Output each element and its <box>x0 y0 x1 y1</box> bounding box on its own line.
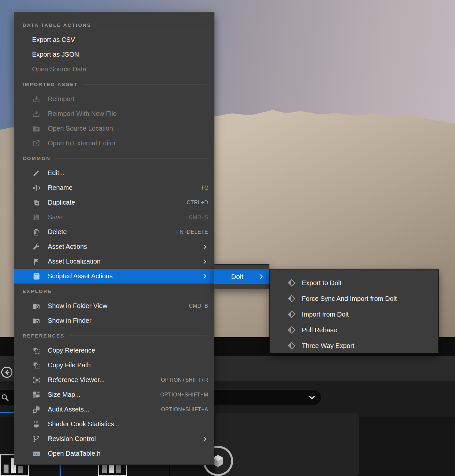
menu-section-header-common: COMMON <box>14 151 214 166</box>
menu-item-pull-rebase[interactable]: Pull Rebase <box>270 322 438 338</box>
menu-item-show-in-folder-view[interactable]: Show in Folder ViewCMD+B <box>14 299 214 313</box>
delete-icon <box>32 228 42 236</box>
menu-item-label: Revision Control <box>48 435 96 443</box>
menu-item-reference-viewer[interactable]: Reference Viewer...OPTION+SHIFT+R <box>14 373 214 387</box>
menu-item-show-in-finder[interactable]: Show in Finder <box>14 313 214 328</box>
menu-item-copy-file-path[interactable]: Copy File Path <box>14 358 214 373</box>
menu-item-asset-actions[interactable]: Asset Actions <box>14 239 214 254</box>
size-map-icon <box>32 391 42 399</box>
menu-item-shader-cook-statistics[interactable]: Shader Cook Statistics... <box>14 417 214 431</box>
menu-item-rename[interactable]: RenameF2 <box>14 180 214 195</box>
section-divider <box>97 25 207 25</box>
menu-section-header-data-table-actions: DATA TABLE ACTIONS <box>14 17 214 32</box>
scripted-asset-actions-submenu: Dolt <box>214 264 269 289</box>
menu-item-label: Show in Folder View <box>48 302 107 310</box>
dolt-icon <box>287 279 297 287</box>
menu-item-label: Open DataTable.h <box>48 450 100 457</box>
chevron-right-icon <box>202 436 208 442</box>
menu-item-reimport: Reimport <box>14 92 214 106</box>
menu-item-label: Export as JSON <box>32 51 79 58</box>
menu-item-label: Copy File Path <box>48 361 91 369</box>
menu-item-export-as-json[interactable]: Export as JSON <box>14 47 214 62</box>
menu-item-audit-assets[interactable]: Audit Assets...OPTION+SHIFT+A <box>14 402 214 417</box>
menu-item-open-in-external-editor: Open In External Editor <box>14 136 214 151</box>
rename-icon <box>32 184 42 192</box>
branch-icon <box>32 435 42 443</box>
menu-item-label: Open In External Editor <box>48 139 116 147</box>
menu-item-dolt[interactable]: Dolt <box>214 269 269 284</box>
context-menu: DATA TABLE ACTIONSExport as CSVExport as… <box>14 12 214 465</box>
ref-graph-icon <box>32 376 42 384</box>
menu-item-duplicate[interactable]: DuplicateCTRL+D <box>14 195 214 210</box>
copy-icon <box>32 361 42 370</box>
menu-item-export-as-csv[interactable]: Export as CSV <box>14 32 214 47</box>
bar-chart-icon <box>18 466 23 473</box>
shortcut-label: CMD+S <box>189 214 208 220</box>
dolt-actions-submenu: Export to DoltForce Sync And Import from… <box>269 269 439 353</box>
menu-item-reimport-with-new-file: Reimport With New File <box>14 106 214 121</box>
dolt-icon <box>287 326 297 334</box>
back-arrow-icon[interactable] <box>1 366 13 378</box>
menu-item-edit[interactable]: Edit... <box>14 166 214 180</box>
reimport-icon <box>32 95 42 103</box>
shortcut-label: CTRL+D <box>187 200 208 206</box>
chevron-down-icon[interactable] <box>308 394 316 401</box>
menu-item-label: Audit Assets... <box>48 406 89 413</box>
menu-item-asset-localization[interactable]: Asset Localization <box>14 254 214 269</box>
section-divider <box>83 84 207 84</box>
menu-item-label: Three Way Export <box>302 342 354 350</box>
edit-icon <box>32 169 42 177</box>
menu-item-label: Export as CSV <box>32 36 75 44</box>
open-external-icon <box>32 139 42 148</box>
folder-search-icon <box>32 317 42 325</box>
section-divider <box>56 158 207 158</box>
menu-item-delete[interactable]: DeleteFN+DELETE <box>14 225 214 239</box>
menu-item-scripted-asset-actions[interactable]: Scripted Asset Actions <box>14 269 214 284</box>
menu-item-label: Dolt <box>231 273 243 281</box>
section-label: REFERENCES <box>23 333 65 339</box>
cpp-icon: C++ <box>32 449 42 458</box>
section-divider <box>70 336 207 336</box>
menu-item-force-sync-and-import-from-dolt[interactable]: Force Sync And Import from Dolt <box>270 291 438 306</box>
menu-item-label: Reimport <box>48 95 74 103</box>
dolt-icon <box>287 341 297 350</box>
open-location-icon <box>32 124 42 133</box>
menu-item-export-to-dolt[interactable]: Export to Dolt <box>270 275 438 291</box>
menu-item-label: Shader Cook Statistics... <box>48 420 119 428</box>
shortcut-label: CMD+B <box>189 303 208 309</box>
menu-item-label: Asset Localization <box>48 258 100 265</box>
menu-item-copy-reference[interactable]: Copy Reference <box>14 343 214 358</box>
menu-section-header-references: REFERENCES <box>14 328 214 343</box>
menu-item-size-map[interactable]: Size Map...OPTION+SHIFT+M <box>14 387 214 402</box>
dolt-icon <box>287 294 297 303</box>
menu-item-label: Reimport With New File <box>48 110 117 118</box>
chevron-right-icon <box>202 258 208 265</box>
menu-item-label: Copy Reference <box>48 347 95 354</box>
menu-item-label: Show in Finder <box>48 317 91 324</box>
menu-item-revision-control[interactable]: Revision Control <box>14 431 214 446</box>
menu-item-label: Reference Viewer... <box>48 376 105 384</box>
script-icon <box>32 272 42 281</box>
cup-icon <box>32 420 42 429</box>
menu-item-label: Rename <box>48 184 73 192</box>
asset-tile[interactable] <box>215 413 359 476</box>
menu-item-label: Open Source Data <box>32 65 86 73</box>
chevron-right-icon <box>202 244 208 250</box>
menu-item-open-source-location: Open Source Location <box>14 121 214 136</box>
menu-item-label: Edit... <box>48 169 64 177</box>
section-label: COMMON <box>23 156 51 161</box>
menu-item-label: Force Sync And Import from Dolt <box>302 295 397 302</box>
menu-item-label: Asset Actions <box>48 243 87 250</box>
reimport-icon <box>32 110 42 118</box>
shortcut-label: FN+DELETE <box>176 229 208 235</box>
menu-item-label: Duplicate <box>48 199 75 206</box>
dolt-icon <box>287 310 297 319</box>
menu-item-import-from-dolt[interactable]: Import from Dolt <box>270 306 438 322</box>
menu-item-three-way-export[interactable]: Three Way Export <box>270 338 438 354</box>
menu-item-label: Scripted Asset Actions <box>48 272 113 280</box>
menu-item-label: Open Source Location <box>48 125 113 132</box>
menu-item-open-datatableh[interactable]: C++Open DataTable.h <box>14 446 214 461</box>
chevron-right-icon <box>258 273 264 280</box>
section-label: IMPORTED ASSET <box>23 82 78 87</box>
bar-chart-icon <box>4 465 9 473</box>
